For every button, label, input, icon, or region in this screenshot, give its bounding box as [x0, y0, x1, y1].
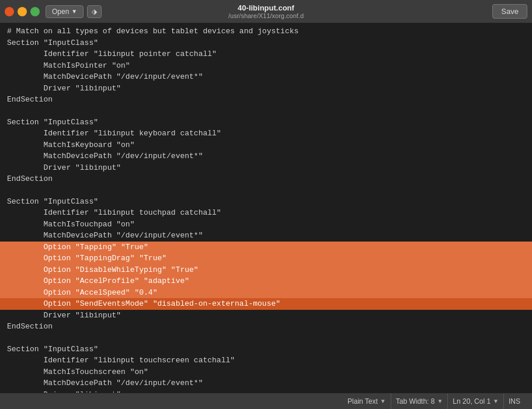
editor-line [0, 333, 532, 344]
editor-line: Option "Tapping" "True" [0, 242, 532, 253]
editor-line: MatchDevicePath "/dev/input/event*" [0, 377, 532, 389]
editor-line: EndSection [0, 321, 532, 333]
editor-line [0, 185, 532, 196]
position-dropdown-icon: ▼ [493, 398, 499, 404]
editor-line: Section "InputClass" [0, 196, 532, 208]
tabwidth-segment[interactable]: Tab Width: 8 ▼ [391, 393, 448, 409]
editor-line: Identifier "libinput pointer catchall" [0, 48, 532, 60]
editor-line: EndSection [0, 94, 532, 106]
symbol-button[interactable]: ⬗ [87, 5, 102, 18]
editor-line: MatchIsPointer "on" [0, 60, 532, 72]
filetype-dropdown-icon: ▼ [380, 398, 386, 404]
editor-line: MatchIsTouchscreen "on" [0, 366, 532, 378]
editor-line: # Match on all types of devices but tabl… [0, 26, 532, 37]
window-controls [5, 7, 40, 16]
position-label: Ln 20, Col 1 [453, 397, 491, 405]
maximize-button[interactable] [30, 7, 40, 16]
tabwidth-dropdown-icon: ▼ [437, 398, 443, 404]
editor-line: Option "DisableWhileTyping" "True" [0, 264, 532, 276]
position-segment[interactable]: Ln 20, Col 1 ▼ [448, 393, 504, 409]
open-button[interactable]: Open ▼ [46, 5, 84, 18]
statusbar: Plain Text ▼ Tab Width: 8 ▼ Ln 20, Col 1… [0, 393, 532, 409]
title-center: 40-libinput.conf /usr/share/X11/xorg.con… [228, 4, 304, 19]
mode-label: INS [509, 397, 520, 405]
open-arrow-icon: ▼ [71, 8, 77, 15]
tabwidth-label: Tab Width: 8 [396, 397, 435, 405]
editor-line: Driver "libinput" [0, 83, 532, 95]
editor-line: EndSection [0, 173, 532, 185]
editor-line: Identifier "libinput touchpad catchall" [0, 207, 532, 219]
title-main: 40-libinput.conf [228, 4, 304, 12]
editor-line: Option "AccelProfile" "adaptive" [0, 275, 532, 287]
editor-line: Driver "libinput" [0, 310, 532, 321]
filetype-label: Plain Text [347, 397, 378, 405]
editor-line: Identifier "libinput keyboard catchall" [0, 128, 532, 139]
editor-line: MatchDevicePath "/dev/input/event*" [0, 151, 532, 162]
editor-line: Option "TappingDrag" "True" [0, 253, 532, 264]
mode-segment: INS [504, 393, 525, 409]
editor-line: MatchDevicePath "/dev/input/event*" [0, 230, 532, 242]
editor-line: Section "InputClass" [0, 117, 532, 128]
editor-line: Section "InputClass" [0, 344, 532, 355]
editor-line: Option "AccelSpeed" "0.4" [0, 287, 532, 299]
filetype-segment[interactable]: Plain Text ▼ [343, 393, 391, 409]
open-label: Open [52, 8, 69, 16]
save-button[interactable]: Save [492, 4, 527, 19]
editor-line: Driver "libinput" [0, 162, 532, 174]
editor-line: MatchIsKeyboard "on" [0, 139, 532, 151]
editor-line: Identifier "libinput touchscreen catchal… [0, 355, 532, 366]
title-sub: /usr/share/X11/xorg.conf.d [228, 12, 304, 19]
close-button[interactable] [5, 7, 14, 16]
editor-line: Section "InputClass" [0, 37, 532, 49]
titlebar: Open ▼ ⬗ 40-libinput.conf /usr/share/X11… [0, 0, 532, 23]
editor[interactable]: # Match on all types of devices but tabl… [0, 23, 532, 393]
editor-line: Option "SendEventsMode" "disabled-on-ext… [0, 298, 532, 310]
minimize-button[interactable] [18, 7, 27, 16]
editor-line: MatchIsTouchpad "on" [0, 219, 532, 230]
editor-line: MatchDevicePath "/dev/input/event*" [0, 71, 532, 83]
editor-line [0, 106, 532, 117]
